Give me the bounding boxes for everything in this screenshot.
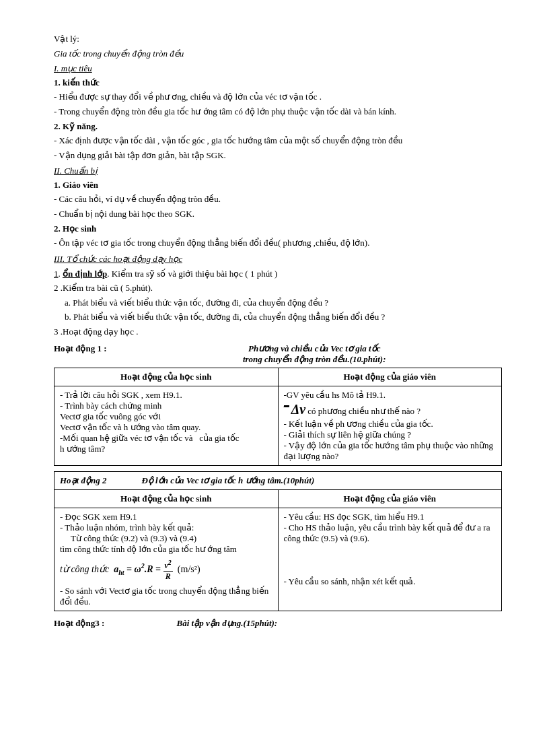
section1-sub2-label: 2. Kỹ năng.	[54, 121, 502, 132]
subject-label: Vật lý:	[54, 34, 502, 44]
activity3-title: Bài tập vận dụng.(15phút):	[176, 618, 277, 628]
a1c2-line3: - Kết luận về ph ương chiều của gia tốc.	[284, 419, 497, 429]
a1c2-line1: -GV yêu cầu hs Mô tả H9.1.	[284, 390, 497, 401]
activity2-table: Hoạt động của học sinh Hoạt động của giá…	[54, 489, 502, 611]
a2c1-line1: - Đọc SGK xem H9.1	[60, 512, 272, 522]
activity1-col1-header: Hoạt động của học sinh	[54, 368, 279, 386]
a1c1-line6: h ướng tâm?	[60, 444, 272, 454]
activity1-col1-content: - Trả lời câu hỏi SGK , xem H9.1. - Trìn…	[54, 386, 279, 466]
lesson-title: Gia tốc trong chuyển động tròn đều	[54, 48, 502, 59]
a2c1-line3: Từ công thức (9.2) và (9.3) và (9.4)	[60, 533, 272, 544]
activity2-col2-header: Hoạt động của giáo viên	[278, 490, 502, 508]
a2c1-formula: từ công thức aht = ω2.R = v2 R (m/s²)	[60, 559, 272, 582]
section3-heading: III. Tổ chức các hoạt động dạy học	[54, 254, 502, 265]
section1-sub1-label: 1. kiến thức	[54, 77, 502, 88]
section2-sub1-item1: - Các câu hỏi, ví dụ về chuyển động tròn…	[54, 193, 502, 206]
a2c1-line4: tìm công thức tính độ lớn của gia tốc hư…	[60, 544, 272, 555]
activity1-col2-content: -GV yêu cầu hs Mô tả H9.1. Δv có phương …	[278, 386, 502, 466]
a1c2-line2: có phương chiều như thế nào ?	[307, 406, 420, 417]
a1c2-line4: - Giải thích sự liên hệ giữa chúng ?	[284, 429, 497, 440]
section1-sub1-item2: - Trong chuyển động tròn đều gia tốc hư …	[54, 105, 502, 118]
section2-heading: II. Chuẩn bị	[54, 166, 502, 176]
activity2-header-table: Hoạt động 2 Độ lớn của Vec tơ gia tốc h …	[54, 471, 502, 489]
section3-item2b: b. Phát biểu và viết biểu thức vận tốc, …	[54, 310, 502, 324]
activity2-label: Hoạt động 2	[60, 475, 106, 485]
activity1-col2-header: Hoạt động của giáo viên	[278, 368, 502, 386]
activity2-col2-content: - Yêu cầu: HS đọc SGK, tìm hiểu H9.1 - C…	[278, 508, 502, 611]
a2c2-line1: - Yêu cầu: HS đọc SGK, tìm hiểu H9.1	[284, 512, 497, 522]
section3-item2a: a. Phát biểu và viết biểu thức vận tốc, …	[54, 296, 502, 310]
a2c1-line5: - So sánh với Vectơ gia tốc trong chuyển…	[60, 586, 272, 607]
section2-sub1-label: 1. Giáo viên	[54, 180, 502, 191]
a1c1-line3: Vectơ gia tốc vuông góc với	[60, 411, 272, 422]
section3-item3: 3 .Hoạt động dạy học .	[54, 325, 502, 339]
item1-label: 1. ổn định lớp. Kiểm tra sỹ số và giới t…	[54, 269, 277, 279]
section2-sub1-item2: - Chuẩn bị nội dung bài học theo SGK.	[54, 207, 502, 221]
activity3-header: Hoạt động3 : Bài tập vận dụng.(15phút):	[54, 618, 502, 629]
a1c1-line4: Vectơ vận tốc và h ướng vào tâm quay.	[60, 422, 272, 433]
a2c1-line2: - Thảo luận nhóm, trình bày kết quả:	[60, 522, 272, 533]
a1c1-line5: -Mối quan hệ giữa véc tơ vận tốc và của …	[60, 433, 272, 444]
section1-sub2-item1: - Xác định được vận tốc dài , vận tốc gó…	[54, 134, 502, 147]
activity2-col1-header: Hoạt động của học sinh	[54, 490, 279, 508]
activity1-table: Hoạt động của học sinh Hoạt động của giá…	[54, 368, 502, 466]
a2c2-line3: - Yêu cầu so sánh, nhận xét kết quả.	[284, 576, 497, 587]
activity3-label: Hoạt động3 :	[54, 618, 104, 628]
a2c2-line2: - Cho HS thảo luận, yêu cầu trình bày kế…	[284, 522, 497, 544]
section2-sub2-label: 2. Học sinh	[54, 224, 502, 234]
activity2-col1-content: - Đọc SGK xem H9.1 - Thảo luận nhóm, trì…	[54, 508, 279, 611]
section3-item1: 1. ổn định lớp. Kiểm tra sỹ số và giới t…	[54, 267, 502, 281]
delta-v-symbol: Δv	[291, 402, 305, 417]
activity2-title: Độ lớn của Vec tơ gia tốc h ướng tâm.(10…	[141, 475, 314, 485]
section1-heading: I. mục tiêu	[54, 63, 502, 74]
section2-sub2-item1: - Ôn tập véc tơ gia tốc trong chuyển độn…	[54, 236, 502, 250]
section1-sub1-item1: - Hiểu được sự thay đổi về phư ơng, chiề…	[54, 90, 502, 104]
activity1-label: Hoạt động 1 :	[54, 343, 106, 354]
section3-item2: 2 .Kiểm tra bài cũ ( 5.phút).	[54, 281, 502, 295]
section1-sub2-item2: - Vận dụng giải bài tập đơn giản, bài tậ…	[54, 149, 502, 162]
a1c1-line1: - Trả lời câu hỏi SGK , xem H9.1.	[60, 390, 272, 401]
activity1-title: Phương và chiều của Vec tơ gia tốc trong…	[126, 343, 502, 365]
a1c1-line2: - Trình bày cách chứng minh	[60, 401, 272, 411]
a1c2-line5: - Vậy độ lớn của gia tốc hướng tâm phụ t…	[284, 440, 497, 462]
activity1-header: Hoạt động 1 : Phương và chiều của Vec tơ…	[54, 343, 502, 365]
a1c2-deltav: Δv có phương chiều như thế nào ?	[284, 402, 497, 417]
